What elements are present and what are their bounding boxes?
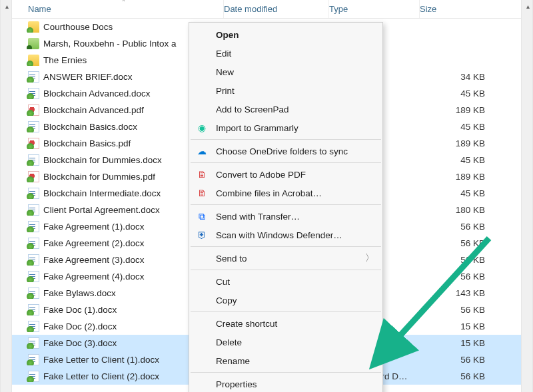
folder-green-icon (28, 38, 39, 49)
sort-indicator-icon: ˄ (122, 0, 125, 6)
docx-icon (28, 154, 39, 166)
folder-yellow-icon (28, 55, 39, 66)
file-name: Fake Doc (1).docx (43, 305, 117, 315)
docx-icon (28, 271, 39, 282)
file-name: Fake Letter to Client (1).docx (43, 355, 159, 365)
scrollbar-right[interactable]: ▴ (521, 0, 533, 392)
docx-icon (28, 121, 39, 132)
file-size: 45 KB (420, 89, 521, 98)
docx-icon (28, 238, 39, 249)
pdf-icon: 🗎 (196, 168, 208, 180)
ctx-grammarly[interactable]: ◉ Import to Grammarly (189, 118, 382, 137)
docx-icon (28, 188, 39, 199)
file-size: 56 KB (420, 255, 521, 265)
ctx-separator (191, 372, 381, 373)
file-size: 15 KB (420, 321, 521, 331)
docx-icon (28, 254, 39, 266)
dropbox-icon: ⧉ (196, 210, 208, 222)
file-name: Blockchain Intermediate.docx (43, 188, 161, 198)
pdf-icon (28, 171, 39, 182)
file-size: 56 KB (420, 355, 521, 365)
column-header-type[interactable]: Type (329, 0, 420, 18)
ctx-label: Choose OneDrive folders to sync (216, 146, 348, 156)
column-header-size[interactable]: Size (420, 0, 521, 18)
file-size: 56 KB (420, 222, 521, 232)
file-size: 45 KB (420, 155, 521, 165)
docx-icon (28, 354, 39, 365)
file-name: Blockchain Advanced.docx (43, 89, 151, 98)
file-name: Marsh, Rouxbehn - Public Intox a (43, 39, 177, 49)
column-header-date[interactable]: Date modified (224, 0, 329, 18)
file-name: The Ernies (43, 55, 87, 65)
file-name: Fake Letter to Client (2).docx (43, 371, 159, 381)
ctx-adobe-convert[interactable]: 🗎 Convert to Adobe PDF (189, 165, 382, 184)
shield-icon: ⛨ (196, 229, 208, 241)
file-name: Client Portal Agreement.docx (43, 205, 160, 215)
file-name: Blockchain Advanced.pdf (43, 105, 144, 115)
file-name: Fake Agreement (1).docx (43, 222, 145, 232)
ctx-separator (191, 204, 381, 205)
ctx-transfer[interactable]: ⧉ Send with Transfer… (189, 207, 382, 226)
ctx-send-to[interactable]: Send to 〉 (189, 249, 382, 268)
ctx-edit[interactable]: Edit (189, 44, 382, 63)
file-name: Blockchain Basics.pdf (43, 138, 131, 148)
folder-yellow-icon (28, 21, 39, 33)
docx-icon (28, 88, 39, 99)
ctx-copy[interactable]: Copy (189, 291, 382, 309)
file-name: Blockchain Basics.docx (43, 122, 137, 132)
context-menu: Open Edit New Print Add to ScreenPad ◉ I… (189, 22, 383, 392)
ctx-open[interactable]: Open (189, 25, 382, 44)
file-size: 34 KB (420, 72, 521, 82)
ctx-rename[interactable]: Rename (189, 351, 382, 370)
pdf-icon (28, 138, 39, 149)
file-name: ANSWER BRIEF.docx (43, 72, 133, 82)
file-size: 189 KB (420, 105, 521, 115)
onedrive-icon: ☁ (196, 145, 208, 157)
scroll-up-icon: ▴ (522, 0, 533, 12)
ctx-separator (191, 246, 381, 247)
file-name: Fake Agreement (4).docx (43, 272, 145, 282)
ctx-separator (191, 139, 381, 140)
ctx-separator (191, 270, 381, 270)
file-name: Blockchain for Dummies.pdf (43, 172, 155, 182)
file-size: 189 KB (420, 172, 521, 182)
ctx-cut[interactable]: Cut (189, 272, 382, 291)
ctx-delete[interactable]: Delete (189, 333, 382, 351)
ctx-screenpad[interactable]: Add to ScreenPad (189, 100, 382, 118)
docx-icon (28, 371, 39, 382)
ctx-separator (191, 162, 381, 163)
docx-icon (28, 204, 39, 216)
file-size: 143 KB (420, 288, 521, 298)
ctx-properties[interactable]: Properties (189, 375, 382, 392)
file-size: 56 KB (420, 272, 521, 282)
docx-icon (28, 288, 39, 299)
ctx-label: Send to (216, 254, 247, 264)
ctx-shortcut[interactable]: Create shortcut (189, 314, 382, 333)
docx-icon (28, 221, 39, 232)
ctx-onedrive[interactable]: ☁ Choose OneDrive folders to sync (189, 142, 382, 160)
scrollbar-left[interactable]: ▴ (0, 0, 12, 392)
column-header-name[interactable]: Name (12, 0, 224, 18)
ctx-adobe-combine[interactable]: 🗎 Combine files in Acrobat… (189, 184, 382, 202)
file-size: 45 KB (420, 122, 521, 132)
file-size: 189 KB (420, 138, 521, 148)
file-name: Fake Doc (3).docx (43, 338, 117, 348)
docx-icon (28, 71, 39, 83)
ctx-new[interactable]: New (189, 63, 382, 81)
docx-icon (28, 321, 39, 332)
column-header-row: ˄ Name Date modified Type Size (12, 0, 521, 19)
ctx-label: Combine files in Acrobat… (216, 188, 322, 198)
pdf-icon: 🗎 (196, 187, 208, 199)
grammarly-icon: ◉ (196, 122, 208, 134)
ctx-label: Convert to Adobe PDF (216, 170, 306, 180)
pdf-icon (28, 104, 39, 116)
ctx-defender[interactable]: ⛨ Scan with Windows Defender… (189, 226, 382, 244)
file-size: 45 KB (420, 188, 521, 198)
scroll-up-icon: ▴ (1, 0, 13, 12)
file-size: 15 KB (420, 338, 521, 348)
ctx-print[interactable]: Print (189, 81, 382, 100)
file-name: Fake Doc (2).docx (43, 321, 117, 331)
file-size: 56 KB (420, 238, 521, 248)
ctx-label: Import to Grammarly (216, 123, 298, 133)
file-name: Blockchain for Dummies.docx (43, 155, 162, 165)
